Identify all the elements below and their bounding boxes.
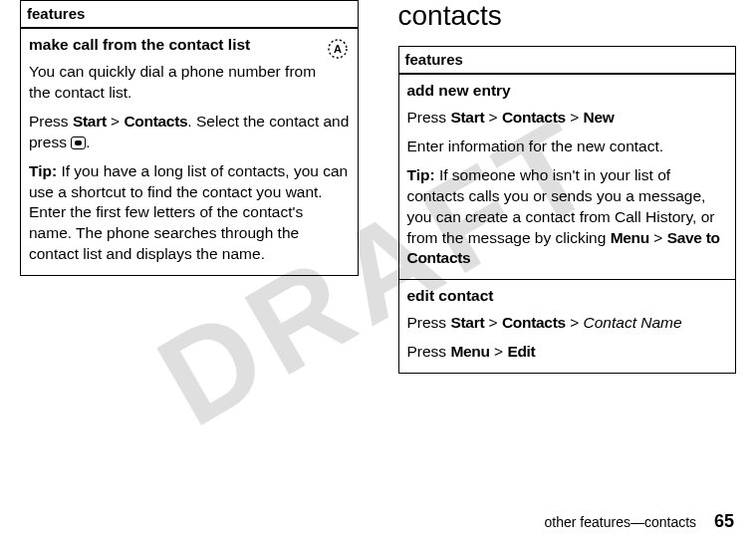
tip-label: Tip: xyxy=(407,166,435,183)
text: > xyxy=(566,109,584,126)
right-column: contacts features add new entry Press St… xyxy=(398,0,737,374)
cell-title: add new entry xyxy=(407,81,728,102)
body-text: Press Start > Contacts. Select the conta… xyxy=(29,112,350,153)
nav-new: New xyxy=(584,109,615,126)
body-text: Tip: If someone who isn't in your list o… xyxy=(407,165,728,270)
nav-contacts: Contacts xyxy=(124,113,187,130)
cell-title: make call from the contact list xyxy=(29,35,350,56)
text: > xyxy=(566,314,584,331)
nav-contact-name: Contact Name xyxy=(584,314,682,331)
body-text: Enter information for the new contact. xyxy=(407,136,728,157)
nav-contacts: Contacts xyxy=(502,109,566,126)
left-cell-make-call: A make call from the contact list You ca… xyxy=(21,29,358,275)
nav-edit: Edit xyxy=(507,343,535,360)
tip-body: If you have a long list of contacts, you… xyxy=(29,162,348,263)
text: > xyxy=(649,229,667,246)
right-cell-add-entry: add new entry Press Start > Contacts > N… xyxy=(399,75,736,280)
nav-start: Start xyxy=(450,109,484,126)
nav-menu: Menu xyxy=(611,229,649,246)
text: > xyxy=(490,343,508,360)
svg-text:A: A xyxy=(334,43,342,55)
text: > xyxy=(484,314,502,331)
page-number: 65 xyxy=(714,511,734,531)
right-features-table: features add new entry Press Start > Con… xyxy=(398,46,737,374)
body-text: Press Start > Contacts > Contact Name xyxy=(407,313,728,334)
text: > xyxy=(107,113,125,130)
page-footer: other features—contacts 65 xyxy=(545,511,734,532)
left-table-header: features xyxy=(21,0,358,29)
left-features-table: features A make call from the contact li… xyxy=(20,0,359,276)
body-text: Tip: If you have a long list of contacts… xyxy=(29,161,350,266)
tip-label: Tip: xyxy=(29,162,57,179)
body-text: Press Start > Contacts > New xyxy=(407,108,728,129)
text: . xyxy=(86,134,90,150)
cell-title: edit contact xyxy=(407,286,728,307)
page-content: features A make call from the contact li… xyxy=(0,0,756,374)
text: Press xyxy=(407,314,451,331)
body-text: You can quickly dial a phone number from… xyxy=(29,62,350,104)
body-text: Press Menu > Edit xyxy=(407,342,728,363)
nav-start: Start xyxy=(450,314,484,331)
network-icon: A xyxy=(326,37,350,67)
center-key-icon xyxy=(71,136,86,149)
left-column: features A make call from the contact li… xyxy=(20,0,359,374)
right-table-header: features xyxy=(399,46,736,75)
footer-text: other features—contacts xyxy=(545,514,697,530)
nav-menu: Menu xyxy=(450,343,489,360)
text: Press xyxy=(407,109,451,126)
text: Press xyxy=(407,343,451,360)
text: > xyxy=(484,109,502,126)
text: Press xyxy=(29,113,73,130)
nav-contacts: Contacts xyxy=(502,314,566,331)
right-cell-edit-contact: edit contact Press Start > Contacts > Co… xyxy=(399,280,736,373)
section-title-contacts: contacts xyxy=(398,0,737,32)
nav-start: Start xyxy=(73,113,107,130)
